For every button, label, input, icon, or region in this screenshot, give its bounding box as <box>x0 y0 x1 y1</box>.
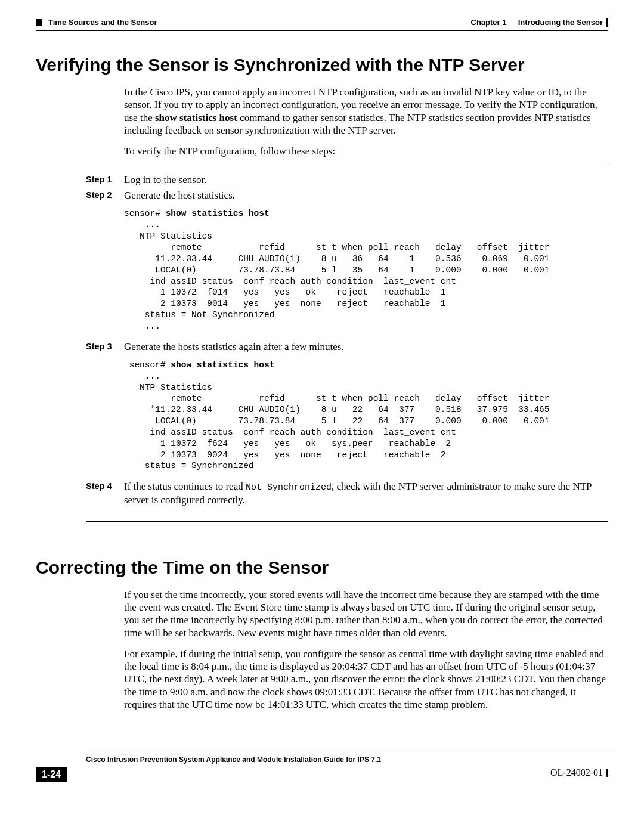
header-left: Time Sources and the Sensor <box>36 18 157 27</box>
step-label: Step 2 <box>86 189 114 337</box>
step-label: Step 4 <box>86 480 114 513</box>
steps-rule-top <box>86 166 608 166</box>
step-body: Log in to the sensor. <box>124 174 608 187</box>
footer-doc-id: OL-24002-01 <box>550 767 603 778</box>
chapter-label: Chapter 1 <box>471 18 507 27</box>
footer-rule <box>86 753 608 753</box>
code-block: sensor# show statistics host ... NTP Sta… <box>124 360 608 472</box>
step-label: Step 1 <box>86 174 114 187</box>
step-3: Step 3 Generate the hosts statistics aga… <box>86 340 608 478</box>
steps-rule-bottom <box>86 521 608 522</box>
code-block: sensor# show statistics host ... NTP Sta… <box>124 208 608 332</box>
step-4: Step 4 If the status continues to read N… <box>86 480 608 513</box>
step-1: Step 1 Log in to the sensor. <box>86 174 608 187</box>
page-number: 1-24 <box>36 767 67 782</box>
footer-bar-icon <box>606 769 608 777</box>
step-2: Step 2 Generate the host statistics. sen… <box>86 189 608 337</box>
header-square-icon <box>36 19 42 26</box>
header-right: Chapter 1 Introducing the Sensor <box>471 18 609 27</box>
correct-time-para-1: If you set the time incorrectly, your st… <box>124 589 608 639</box>
step-label: Step 3 <box>86 340 114 478</box>
step-body: Generate the host statistics. sensor# sh… <box>124 189 608 337</box>
body-correct-time: If you set the time incorrectly, your st… <box>124 589 608 711</box>
footer-right: OL-24002-01 <box>550 767 608 778</box>
running-header: Time Sources and the Sensor Chapter 1 In… <box>36 18 608 27</box>
chapter-title: Introducing the Sensor <box>518 18 603 27</box>
header-bar-icon <box>606 18 608 27</box>
header-rule <box>36 30 608 31</box>
section-heading-verify-ntp: Verifying the Sensor is Synchronized wit… <box>36 55 608 75</box>
section-heading-correct-time: Correcting the Time on the Sensor <box>36 558 608 578</box>
intro-para-1: In the Cisco IPS, you cannot apply an in… <box>124 86 608 137</box>
step-body: Generate the hosts statistics again afte… <box>124 340 608 478</box>
correct-time-para-2: For example, if during the initial setup… <box>124 648 608 711</box>
body-intro: In the Cisco IPS, you cannot apply an in… <box>124 86 608 157</box>
document-page: Time Sources and the Sensor Chapter 1 In… <box>0 0 644 806</box>
inline-code: Not Synchronized <box>246 482 332 493</box>
step-body: If the status continues to read Not Sync… <box>124 480 608 513</box>
footer: Cisco Intrusion Prevention System Applia… <box>36 753 608 782</box>
footer-doc-title: Cisco Intrusion Prevention System Applia… <box>86 755 381 764</box>
intro-para-2: To verify the NTP configuration, follow … <box>124 145 608 157</box>
section-title: Time Sources and the Sensor <box>48 18 157 27</box>
